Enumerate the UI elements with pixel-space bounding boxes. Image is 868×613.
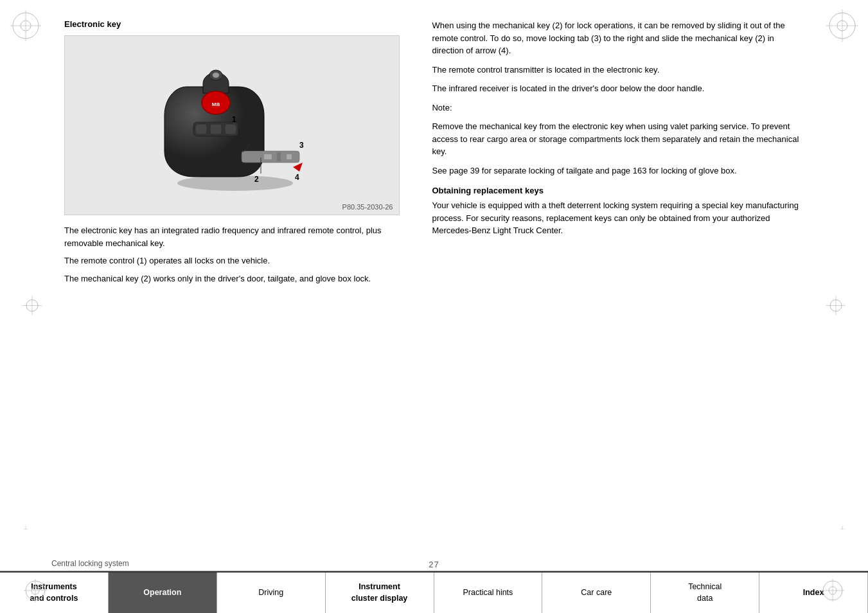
nav-tabs: Instruments and controls Operation Drivi… bbox=[0, 571, 868, 613]
key-image: ★ MB 1 bbox=[64, 35, 400, 215]
corner-decoration-tl bbox=[6, 6, 45, 45]
central-locking-label: Central locking system bbox=[51, 559, 129, 568]
right-column: When using the mechanical key (2) for lo… bbox=[419, 19, 804, 523]
right-note-label: Note: bbox=[432, 102, 804, 114]
corner-br-bottom bbox=[820, 578, 846, 605]
corner-decoration-tr bbox=[823, 6, 862, 45]
right-para-1: When using the mechanical key (2) for lo… bbox=[432, 19, 804, 57]
svg-text:1: 1 bbox=[232, 115, 236, 124]
section-title: Electronic key bbox=[64, 19, 400, 29]
svg-text:3: 3 bbox=[299, 141, 304, 150]
tab-instrument-cluster[interactable]: Instrument cluster display bbox=[326, 573, 434, 613]
right-see-page: See page 39 for separate locking of tail… bbox=[432, 164, 804, 177]
tab-car-care[interactable]: Car care bbox=[542, 573, 651, 613]
tab-index[interactable]: Index bbox=[759, 573, 868, 613]
tab-technical-data[interactable]: Technical data bbox=[651, 573, 759, 613]
svg-rect-48 bbox=[287, 154, 292, 159]
svg-text:2: 2 bbox=[254, 175, 259, 184]
tab-operation[interactable]: Operation bbox=[109, 573, 217, 613]
svg-rect-46 bbox=[264, 154, 272, 159]
left-para-1: The electronic key has an integrated rad… bbox=[64, 224, 400, 249]
svg-rect-44 bbox=[225, 124, 236, 134]
left-column: Electronic key bbox=[64, 19, 419, 523]
image-ref: P80.35-2030-26 bbox=[342, 203, 393, 211]
page-number: 27 bbox=[429, 560, 439, 569]
svg-text:4: 4 bbox=[295, 173, 299, 182]
svg-point-36 bbox=[213, 73, 219, 78]
left-para-2: The remote control (1) operates all lock… bbox=[64, 254, 400, 267]
main-content: Electronic key bbox=[51, 0, 817, 529]
svg-text:MB: MB bbox=[212, 102, 220, 107]
right-note-text: Remove the mechanical key from the elect… bbox=[432, 120, 804, 158]
key-svg: ★ MB 1 bbox=[136, 48, 328, 202]
corner-bl-bottom bbox=[22, 578, 48, 605]
tab-driving[interactable]: Driving bbox=[217, 573, 326, 613]
tab-instruments-controls[interactable]: Instruments and controls bbox=[0, 573, 109, 613]
tab-practical-hints[interactable]: Practical hints bbox=[434, 573, 543, 613]
crosshair-right-mid bbox=[826, 296, 846, 317]
obtaining-title: Obtaining replacement keys bbox=[432, 186, 804, 195]
right-para-3: The infrared receiver is located in the … bbox=[432, 82, 804, 95]
svg-rect-43 bbox=[210, 124, 222, 134]
obtaining-text: Your vehicle is equipped with a theft de… bbox=[432, 199, 804, 237]
right-para-2: The remote control transmitter is locate… bbox=[432, 64, 804, 76]
svg-rect-42 bbox=[195, 124, 207, 134]
left-para-3: The mechanical key (2) works only in the… bbox=[64, 272, 400, 285]
crosshair-left-mid bbox=[22, 296, 42, 317]
svg-point-34 bbox=[177, 175, 293, 191]
nav-bar: Central locking system 27 Instruments an… bbox=[0, 529, 868, 613]
svg-marker-55 bbox=[293, 163, 303, 172]
svg-rect-47 bbox=[277, 152, 281, 161]
